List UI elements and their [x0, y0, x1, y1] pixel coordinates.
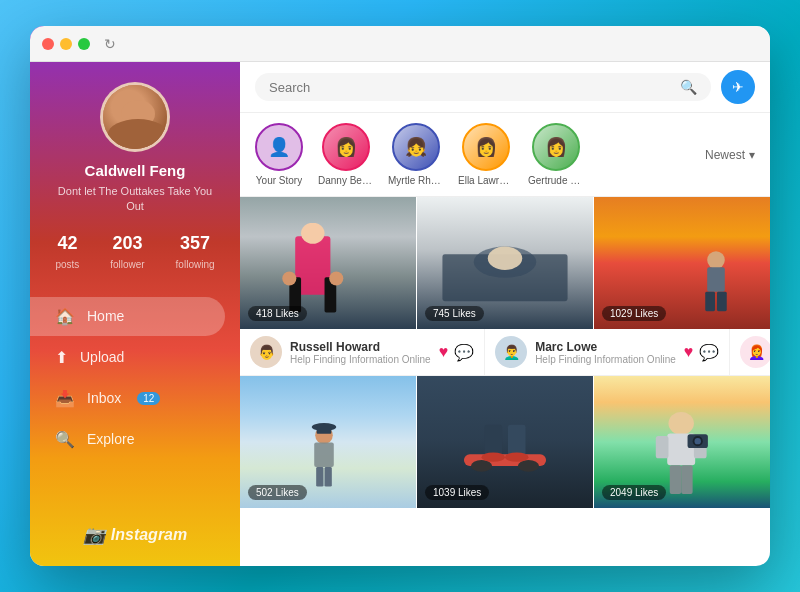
stat-follower: 203 follower: [110, 233, 144, 272]
photo-4: 502 Likes: [240, 376, 416, 508]
inbox-badge: 12: [137, 392, 160, 405]
app-window: ↻ Caldwell Feng Dont let The Outtakes Ta…: [30, 26, 770, 566]
user-avatar-2: 👩‍🦰: [740, 336, 770, 368]
photo-3: 1029 Likes: [594, 197, 770, 329]
send-button[interactable]: ✈: [721, 70, 755, 104]
story-ella[interactable]: 👩 Ella Lawrence: [458, 123, 513, 186]
stat-following: 357 following: [176, 233, 215, 272]
send-icon: ✈: [732, 79, 744, 95]
svg-rect-28: [656, 436, 669, 458]
svg-point-32: [695, 438, 701, 444]
story-label-ella: Ella Lawrence: [458, 175, 513, 186]
story-gertrude[interactable]: 👩 Gertrude piar: [528, 123, 583, 186]
story-avatar-danny: 👩: [322, 123, 370, 171]
search-icon[interactable]: 🔍: [680, 79, 697, 95]
svg-point-4: [282, 272, 296, 286]
user-row-item-1: 👨‍🦱 Marc Lowe Help Finding Information O…: [485, 329, 730, 375]
svg-point-21: [518, 460, 539, 472]
inbox-icon: 📥: [55, 389, 75, 408]
follower-label: follower: [110, 259, 144, 270]
photo-cell-5: 1039 Likes: [417, 376, 593, 508]
dot-maximize[interactable]: [78, 38, 90, 50]
home-icon: 🏠: [55, 307, 75, 326]
sidebar: Caldwell Feng Dont let The Outtakes Take…: [30, 26, 240, 566]
search-input[interactable]: [269, 80, 672, 95]
story-danny[interactable]: 👩 Danny Becker: [318, 123, 373, 186]
dot-minimize[interactable]: [60, 38, 72, 50]
user-row: 👨 Russell Howard Help Finding Informatio…: [240, 329, 770, 376]
nav-menu: 🏠 Home ⬆ Upload 📥 Inbox 12 🔍 Explore: [30, 297, 240, 461]
user-avatar-0: 👨: [250, 336, 282, 368]
user-info-1: Marc Lowe Help Finding Information Onlin…: [535, 340, 676, 365]
svg-point-25: [505, 452, 528, 461]
likes-badge-2: 745 Likes: [425, 306, 484, 321]
photo-1: 418 Likes: [240, 197, 416, 329]
user-actions-0: ♥ 💬: [439, 343, 475, 362]
user-info-0: Russell Howard Help Finding Information …: [290, 340, 431, 365]
story-avatar-your: 👤: [255, 123, 303, 171]
instagram-icon: 📷: [83, 524, 105, 546]
story-label-your: Your Story: [256, 175, 302, 186]
sidebar-item-inbox[interactable]: 📥 Inbox 12: [30, 379, 225, 418]
svg-rect-15: [316, 467, 323, 487]
photo-5: 1039 Likes: [417, 376, 593, 508]
sidebar-item-upload[interactable]: ⬆ Upload: [30, 338, 225, 377]
home-label: Home: [87, 308, 124, 324]
story-avatar-gertrude: 👩: [532, 123, 580, 171]
user-sub-0: Help Finding Information Online: [290, 354, 431, 365]
story-label-danny: Danny Becker: [318, 175, 373, 186]
story-label-gertrude: Gertrude piar: [528, 175, 583, 186]
content-area: 418 Likes 745 Likes: [240, 197, 770, 566]
svg-rect-34: [681, 466, 692, 495]
likes-badge-5: 1039 Likes: [425, 485, 489, 500]
comment-icon-1[interactable]: 💬: [699, 343, 719, 362]
svg-rect-10: [707, 267, 725, 291]
svg-rect-23: [508, 425, 526, 457]
likes-badge-1: 418 Likes: [248, 306, 307, 321]
story-avatar-ella: 👩: [462, 123, 510, 171]
comment-icon-0[interactable]: 💬: [454, 343, 474, 362]
user-sub-1: Help Finding Information Online: [535, 354, 676, 365]
user-row-item-0: 👨 Russell Howard Help Finding Informatio…: [240, 329, 485, 375]
photo-2: 745 Likes: [417, 197, 593, 329]
main-content: 🔍 ✈ 👤 Your Story 👩 Danny Becker 👧 Myrtle…: [240, 26, 770, 566]
photos-row-2: 502 Likes: [240, 376, 770, 508]
story-myrtle[interactable]: 👧 Myrtle Rhodes: [388, 123, 443, 186]
story-your[interactable]: 👤 Your Story: [255, 123, 303, 186]
inbox-label: Inbox: [87, 390, 121, 406]
user-actions-1: ♥ 💬: [684, 343, 720, 362]
stat-posts: 42 posts: [55, 233, 79, 272]
photo-cell-6: 2049 Likes: [594, 376, 770, 508]
svg-rect-11: [705, 291, 715, 311]
svg-rect-18: [317, 427, 332, 434]
explore-label: Explore: [87, 431, 134, 447]
user-name: Caldwell Feng: [85, 162, 186, 179]
sidebar-item-home[interactable]: 🏠 Home: [30, 297, 225, 336]
search-box: 🔍: [255, 73, 711, 101]
svg-point-20: [471, 460, 492, 472]
user-bio: Dont let The Outtakes Take You Out: [30, 184, 240, 215]
photo-cell-2: 745 Likes: [417, 197, 593, 329]
likes-badge-6: 2049 Likes: [602, 485, 666, 500]
svg-point-24: [482, 452, 505, 461]
posts-label: posts: [55, 259, 79, 270]
refresh-icon[interactable]: ↻: [104, 36, 116, 52]
following-count: 357: [176, 233, 215, 254]
photo-cell-1: 418 Likes: [240, 197, 416, 329]
posts-count: 42: [55, 233, 79, 254]
heart-icon-0[interactable]: ♥: [439, 343, 449, 362]
upload-label: Upload: [80, 349, 124, 365]
svg-rect-33: [670, 466, 681, 495]
following-label: following: [176, 259, 215, 270]
story-label-myrtle: Myrtle Rhodes: [388, 175, 443, 186]
story-avatar-myrtle: 👧: [392, 123, 440, 171]
sort-dropdown[interactable]: Newest ▾: [705, 148, 755, 162]
sidebar-item-explore[interactable]: 🔍 Explore: [30, 420, 225, 459]
dot-close[interactable]: [42, 38, 54, 50]
photo-cell-3: 1029 Likes: [594, 197, 770, 329]
likes-badge-3: 1029 Likes: [602, 306, 666, 321]
stats-row: 42 posts 203 follower 357 following: [30, 233, 240, 272]
explore-icon: 🔍: [55, 430, 75, 449]
svg-point-9: [707, 251, 725, 269]
heart-icon-1[interactable]: ♥: [684, 343, 694, 362]
